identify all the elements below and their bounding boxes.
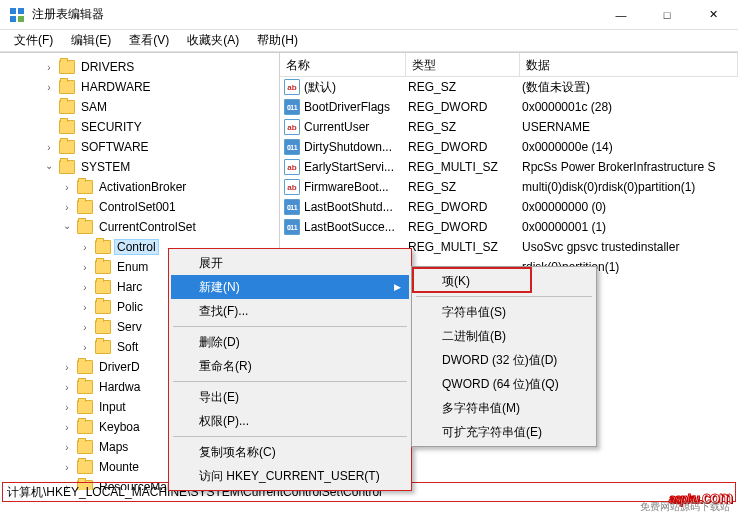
value-row[interactable]: abFirmwareBoot...REG_SZmulti(0)disk(0)rd…	[280, 177, 738, 197]
tree-item-security[interactable]: SECURITY	[0, 117, 279, 137]
minimize-button[interactable]: —	[598, 0, 644, 30]
menu-item[interactable]: 重命名(R)	[171, 354, 409, 378]
tree-expander-icon[interactable]: ›	[60, 182, 74, 193]
value-row[interactable]: abCurrentUserREG_SZUSERNAME	[280, 117, 738, 137]
binary-value-icon: 011	[284, 99, 300, 115]
menu-item[interactable]: DWORD (32 位)值(D)	[414, 348, 594, 372]
tree-item-sam[interactable]: SAM	[0, 97, 279, 117]
tree-item-label: DriverD	[96, 359, 143, 375]
col-name[interactable]: 名称	[280, 53, 406, 76]
tree-item-label: SOFTWARE	[78, 139, 152, 155]
tree-item-system[interactable]: ⌄SYSTEM	[0, 157, 279, 177]
svg-rect-1	[18, 8, 24, 14]
value-type: REG_MULTI_SZ	[408, 240, 522, 254]
tree-item-controlset001[interactable]: ›ControlSet001	[0, 197, 279, 217]
menu-view[interactable]: 查看(V)	[121, 30, 177, 51]
menu-favorites[interactable]: 收藏夹(A)	[179, 30, 247, 51]
value-type: REG_DWORD	[408, 140, 522, 154]
menu-item[interactable]: 字符串值(S)	[414, 300, 594, 324]
tree-expander-icon[interactable]: ›	[60, 382, 74, 393]
tree-expander-icon[interactable]: ›	[60, 362, 74, 373]
folder-icon	[95, 320, 111, 334]
list-header: 名称 类型 数据	[280, 53, 738, 77]
tree-item-label: Enum	[114, 259, 151, 275]
value-name: BootDriverFlags	[304, 100, 408, 114]
tree-expander-icon[interactable]: ›	[42, 82, 56, 93]
menu-item[interactable]: 二进制值(B)	[414, 324, 594, 348]
tree-expander-icon[interactable]: ›	[78, 342, 92, 353]
string-value-icon: ab	[284, 119, 300, 135]
value-name: DirtyShutdown...	[304, 140, 408, 154]
menu-item[interactable]: 新建(N)▶	[171, 275, 409, 299]
value-name: FirmwareBoot...	[304, 180, 408, 194]
tree-item-label: CurrentControlSet	[96, 219, 199, 235]
tree-expander-icon[interactable]: ›	[60, 422, 74, 433]
menu-separator	[173, 326, 407, 327]
folder-icon	[77, 380, 93, 394]
tree-expander-icon[interactable]: ›	[42, 142, 56, 153]
menu-item[interactable]: 权限(P)...	[171, 409, 409, 433]
tree-expander-icon[interactable]: ›	[42, 62, 56, 73]
menu-item[interactable]: 查找(F)...	[171, 299, 409, 323]
value-row[interactable]: 011LastBootShutd...REG_DWORD0x00000000 (…	[280, 197, 738, 217]
tree-expander-icon[interactable]: ›	[78, 302, 92, 313]
col-type[interactable]: 类型	[406, 53, 520, 76]
value-type: REG_SZ	[408, 120, 522, 134]
tree-expander-icon[interactable]: ›	[60, 442, 74, 453]
tree-item-label: Serv	[114, 319, 145, 335]
menu-item[interactable]: 删除(D)	[171, 330, 409, 354]
folder-icon	[95, 340, 111, 354]
tree-expander-icon[interactable]: ⌄	[42, 160, 56, 171]
tree-expander-icon[interactable]: ›	[78, 262, 92, 273]
col-data[interactable]: 数据	[520, 53, 738, 76]
folder-icon	[59, 100, 75, 114]
tree-expander-icon[interactable]: ›	[60, 462, 74, 473]
tree-item-label: Maps	[96, 439, 131, 455]
menu-item[interactable]: 导出(E)	[171, 385, 409, 409]
close-button[interactable]: ✕	[690, 0, 736, 30]
tree-expander-icon[interactable]: ›	[78, 282, 92, 293]
tree-item-drivers[interactable]: ›DRIVERS	[0, 57, 279, 77]
value-row[interactable]: ab(默认)REG_SZ(数值未设置)	[280, 77, 738, 97]
folder-icon	[77, 400, 93, 414]
menu-item[interactable]: 访问 HKEY_CURRENT_USER(T)	[171, 464, 409, 488]
menu-item[interactable]: QWORD (64 位)值(Q)	[414, 372, 594, 396]
tree-item-currentcontrolset[interactable]: ⌄CurrentControlSet	[0, 217, 279, 237]
maximize-button[interactable]: □	[644, 0, 690, 30]
string-value-icon: ab	[284, 179, 300, 195]
value-name: CurrentUser	[304, 120, 408, 134]
menu-item[interactable]: 复制项名称(C)	[171, 440, 409, 464]
menu-item[interactable]: 项(K)	[414, 269, 594, 293]
folder-icon	[59, 80, 75, 94]
binary-value-icon: 011	[284, 219, 300, 235]
tree-expander-icon[interactable]: ›	[60, 202, 74, 213]
value-data: 0x00000000 (0)	[522, 200, 738, 214]
value-data: multi(0)disk(0)rdisk(0)partition(1)	[522, 180, 738, 194]
folder-icon	[77, 460, 93, 474]
folder-icon	[77, 180, 93, 194]
menu-item[interactable]: 多字符串值(M)	[414, 396, 594, 420]
tree-item-software[interactable]: ›SOFTWARE	[0, 137, 279, 157]
titlebar: 注册表编辑器 — □ ✕	[0, 0, 738, 30]
value-type: REG_SZ	[408, 80, 522, 94]
value-row[interactable]: abEarlyStartServi...REG_MULTI_SZRpcSs Po…	[280, 157, 738, 177]
tree-item-label: Control	[114, 239, 159, 255]
tree-item-activationbroker[interactable]: ›ActivationBroker	[0, 177, 279, 197]
tree-expander-icon[interactable]: ›	[78, 242, 92, 253]
menu-item[interactable]: 展开	[171, 251, 409, 275]
tree-expander-icon[interactable]: ⌄	[60, 220, 74, 231]
menu-item[interactable]: 可扩充字符串值(E)	[414, 420, 594, 444]
menu-help[interactable]: 帮助(H)	[249, 30, 306, 51]
tree-expander-icon[interactable]: ›	[60, 402, 74, 413]
value-row[interactable]: 011BootDriverFlagsREG_DWORD0x0000001c (2…	[280, 97, 738, 117]
tree-item-hardware[interactable]: ›HARDWARE	[0, 77, 279, 97]
value-row[interactable]: 011LastBootSucce...REG_DWORD0x00000001 (…	[280, 217, 738, 237]
tree-item-label: SAM	[78, 99, 110, 115]
value-row[interactable]: 011DirtyShutdown...REG_DWORD0x0000000e (…	[280, 137, 738, 157]
tree-expander-icon[interactable]: ›	[78, 322, 92, 333]
value-data: USERNAME	[522, 120, 738, 134]
folder-icon	[59, 160, 75, 174]
value-type: REG_DWORD	[408, 100, 522, 114]
menu-file[interactable]: 文件(F)	[6, 30, 61, 51]
menu-edit[interactable]: 编辑(E)	[63, 30, 119, 51]
